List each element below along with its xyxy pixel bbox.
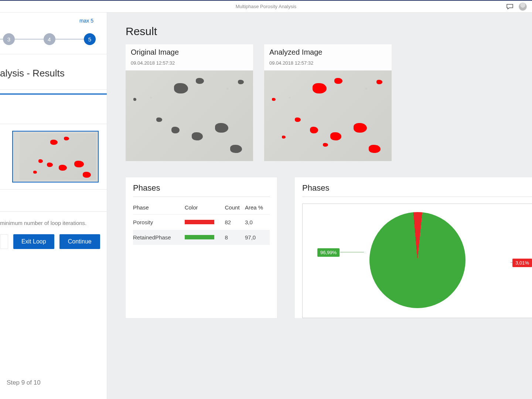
prev-button[interactable] xyxy=(0,234,8,249)
phases-table-title: Phases xyxy=(133,183,270,197)
analyzed-image[interactable] xyxy=(264,71,392,161)
phases-chart-title: Phases xyxy=(302,183,532,197)
pie-chart: 96,99% 3,01% xyxy=(302,204,532,318)
pie-label-red: 3,01% xyxy=(512,259,532,267)
step-4[interactable]: 4 xyxy=(44,33,55,45)
color-swatch-red xyxy=(185,220,214,224)
main-content: Result Original Image 09.04.2018 12:57:3… xyxy=(107,13,532,399)
chat-icon[interactable] xyxy=(506,4,514,10)
phases-table-card: Phases Phase Color Count Area % Porosity… xyxy=(126,177,277,318)
original-image-date: 09.04.2018 12:57:32 xyxy=(131,60,248,66)
topbar: Multiphase Porosity Analysis xyxy=(0,0,532,13)
step-3[interactable]: 3 xyxy=(3,33,15,45)
original-image-title: Original Image xyxy=(131,48,248,57)
col-count: Count xyxy=(225,199,245,215)
continue-button[interactable]: Continue xyxy=(59,234,100,249)
step-5[interactable]: 5 xyxy=(84,33,96,45)
analyzed-image-title: Analyzed Image xyxy=(269,48,386,57)
pie-label-green: 96,99% xyxy=(317,248,340,257)
phases-chart-card: Phases 96,99% 3,01% xyxy=(295,177,532,318)
analyzed-image-date: 09.04.2018 12:57:32 xyxy=(269,60,386,66)
original-image-card: Original Image 09.04.2018 12:57:32 xyxy=(126,44,253,161)
col-phase: Phase xyxy=(133,199,185,215)
stepper: max 5 3 4 5 xyxy=(0,13,107,54)
table-row: Porosity 82 3,0 xyxy=(133,215,270,230)
original-image[interactable] xyxy=(126,71,253,161)
user-avatar[interactable] xyxy=(519,3,527,11)
result-title: Result xyxy=(126,25,532,38)
col-color: Color xyxy=(185,199,225,215)
col-area: Area % xyxy=(245,199,270,215)
stepper-max-label: max 5 xyxy=(79,18,93,24)
step-counter: Step 9 of 10 xyxy=(0,379,107,399)
sidebar: max 5 3 4 5 alysis - Results xyxy=(0,13,107,399)
result-thumbnail[interactable] xyxy=(12,131,99,183)
phases-table: Phase Color Count Area % Porosity 82 3,0 xyxy=(133,199,270,245)
table-row: RetainedPhase 8 97,0 xyxy=(133,230,270,245)
app-title: Multiphase Porosity Analysis xyxy=(236,4,297,9)
color-swatch-green xyxy=(185,235,214,239)
panel-title: alysis - Results xyxy=(0,68,100,79)
loop-hint: minimum number of loop iterations. xyxy=(0,212,107,231)
leader-line-green xyxy=(340,252,364,252)
exit-loop-button[interactable]: Exit Loop xyxy=(13,234,54,249)
pie-body xyxy=(365,208,470,312)
analyzed-image-card: Analyzed Image 09.04.2018 12:57:32 xyxy=(264,44,392,161)
